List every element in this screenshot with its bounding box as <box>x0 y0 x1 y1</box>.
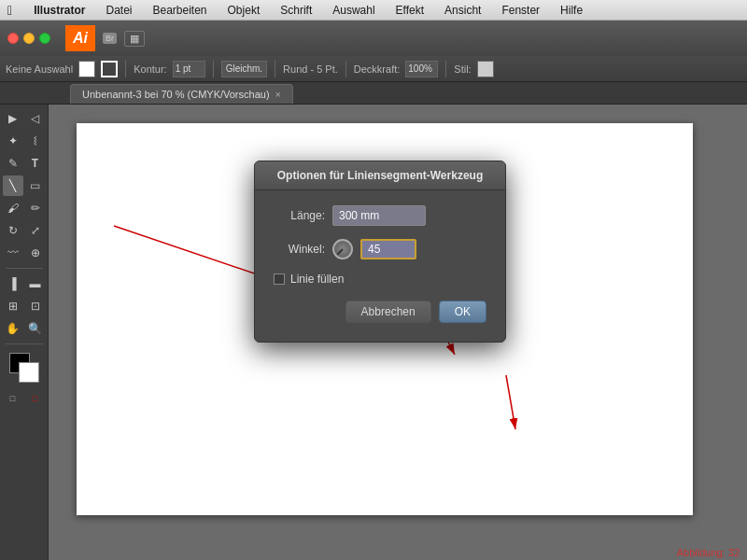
tab-title: Unbenannt-3 bei 70 % (CMYK/Vorschau) <box>82 89 270 100</box>
maximize-button[interactable] <box>39 33 50 44</box>
tool-row-5: 🖌 ✏ <box>3 198 46 218</box>
tool-row-10: ✋ 🔍 <box>3 318 46 339</box>
laenge-row: Länge: <box>274 205 486 226</box>
ai-logo: Ai <box>65 25 95 51</box>
rectangle-tool[interactable]: ▭ <box>25 175 46 196</box>
fill-label: Keine Auswahl <box>6 63 73 75</box>
tool-row-4: ╲ ▭ <box>3 175 46 196</box>
menu-auswahl[interactable]: Auswahl <box>330 4 377 17</box>
main-area: ▶ ◁ ✦ ⧙ ✎ T ╲ ▭ 🖌 ✏ ↻ ⤢ 〰 ⊕ ▐ ▬ <box>0 105 747 560</box>
zoom-tool[interactable]: 🔍 <box>25 318 46 339</box>
direct-selection-tool[interactable]: ◁ <box>25 108 46 129</box>
linie-checkbox[interactable] <box>274 273 285 285</box>
close-button[interactable] <box>7 33 19 44</box>
magic-wand-tool[interactable]: ✦ <box>3 131 23 151</box>
artboard-tool[interactable]: ⊞ <box>3 296 23 316</box>
kontur-input[interactable] <box>173 61 205 77</box>
deckkraft-label: Deckkraft: <box>354 63 401 75</box>
ok-button[interactable]: OK <box>439 301 486 323</box>
stroke-box[interactable] <box>101 61 118 77</box>
blend-tool[interactable]: ⊕ <box>25 243 46 263</box>
status-bar: Abbildung: 32 <box>669 545 747 560</box>
tool-row-8: ▐ ▬ <box>3 273 46 294</box>
separator-4 <box>345 61 346 77</box>
tool-row-1: ▶ ◁ <box>3 108 46 129</box>
separator-1 <box>125 61 126 77</box>
lasso-tool[interactable]: ⧙ <box>25 131 46 151</box>
angle-dial[interactable] <box>332 239 353 259</box>
warp-tool[interactable]: 〰 <box>3 243 23 263</box>
dialog-body: Länge: Winkel: Linie füllen Abbrechen <box>255 190 505 342</box>
tool-separator-2 <box>6 343 43 344</box>
menu-fenster[interactable]: Fenster <box>499 4 543 17</box>
bar-chart-tool[interactable]: ▬ <box>25 273 46 294</box>
menu-bar:  Illustrator Datei Bearbeiten Objekt Sc… <box>0 0 747 21</box>
dialog: Optionen für Liniensegment-Werkzeug Läng… <box>254 161 506 343</box>
menu-ansicht[interactable]: Ansicht <box>442 4 484 17</box>
dialog-title: Optionen für Liniensegment-Werkzeug <box>255 161 505 190</box>
toolbar: ▶ ◁ ✦ ⧙ ✎ T ╲ ▭ 🖌 ✏ ↻ ⤢ 〰 ⊕ ▐ ▬ <box>0 105 49 560</box>
menu-bearbeiten[interactable]: Bearbeiten <box>149 4 209 17</box>
linie-label: Linie füllen <box>290 273 344 286</box>
separator-3 <box>275 61 275 77</box>
rotate-tool[interactable]: ↻ <box>3 220 23 241</box>
scale-tool[interactable]: ⤢ <box>25 220 46 241</box>
line-segment-tool[interactable]: ╲ <box>3 175 23 196</box>
color-pair <box>9 353 39 383</box>
tool-row-7: 〰 ⊕ <box>3 243 46 263</box>
title-bar: Ai Br ▦ <box>0 21 747 56</box>
menu-datei[interactable]: Datei <box>103 4 134 17</box>
tool-row-9: ⊞ ⊡ <box>3 296 46 316</box>
paintbrush-tool[interactable]: 🖌 <box>3 198 23 218</box>
dialog-buttons: Abbrechen OK <box>274 301 486 327</box>
tool-separator-1 <box>6 268 43 269</box>
menu-illustrator[interactable]: Illustrator <box>31 4 88 17</box>
round-label: Rund - 5 Pt. <box>283 63 338 75</box>
cancel-button[interactable]: Abbrechen <box>345 301 431 323</box>
normal-mode[interactable]: □ <box>3 388 23 409</box>
linie-checkbox-row: Linie füllen <box>274 273 486 286</box>
pen-tool[interactable]: ✎ <box>3 153 23 174</box>
document-tab[interactable]: Unbenannt-3 bei 70 % (CMYK/Vorschau) × <box>70 84 293 104</box>
slice-tool[interactable]: ⊡ <box>25 296 46 316</box>
tab-close-button[interactable]: × <box>275 89 281 100</box>
line-style-select[interactable]: Gleichm. <box>221 61 267 77</box>
grid-button[interactable]: ▦ <box>124 31 145 47</box>
laenge-label: Länge: <box>274 209 325 222</box>
traffic-lights <box>7 33 50 44</box>
options-bar: Keine Auswahl Kontur: Gleichm. Rund - 5 … <box>0 56 747 82</box>
tool-row-mode: □ □ <box>3 388 46 409</box>
laenge-input[interactable] <box>332 205 426 226</box>
selection-tool[interactable]: ▶ <box>3 108 23 129</box>
menu-schrift[interactable]: Schrift <box>277 4 315 17</box>
screen-mode[interactable]: □ <box>25 388 46 409</box>
fill-color-box[interactable] <box>78 61 95 77</box>
column-chart-tool[interactable]: ▐ <box>3 273 23 294</box>
menu-hilfe[interactable]: Hilfe <box>557 4 585 17</box>
winkel-input[interactable] <box>360 239 416 259</box>
menu-effekt[interactable]: Effekt <box>393 4 427 17</box>
apple-menu[interactable]:  <box>7 3 12 18</box>
winkel-label: Winkel: <box>274 243 325 256</box>
br-badge[interactable]: Br <box>103 33 117 44</box>
abbildung-text: Abbildung: 32 <box>677 547 740 558</box>
type-tool[interactable]: T <box>25 153 46 174</box>
hand-tool[interactable]: ✋ <box>3 318 23 339</box>
separator-2 <box>213 61 214 77</box>
tool-row-3: ✎ T <box>3 153 46 174</box>
separator-5 <box>445 61 446 77</box>
deckkraft-input[interactable] <box>405 61 438 77</box>
tool-row-2: ✦ ⧙ <box>3 131 46 151</box>
stil-label: Stil: <box>454 63 471 75</box>
minimize-button[interactable] <box>23 33 35 44</box>
kontur-label: Kontur: <box>134 63 166 75</box>
tool-row-6: ↻ ⤢ <box>3 220 46 241</box>
canvas-area: Optionen für Liniensegment-Werkzeug Läng… <box>49 105 747 560</box>
tab-bar: Unbenannt-3 bei 70 % (CMYK/Vorschau) × <box>0 82 747 105</box>
winkel-row: Winkel: <box>274 239 486 259</box>
menu-objekt[interactable]: Objekt <box>225 4 263 17</box>
pencil-tool[interactable]: ✏ <box>25 198 46 218</box>
stil-box[interactable] <box>477 61 494 77</box>
background-color[interactable] <box>19 362 39 383</box>
